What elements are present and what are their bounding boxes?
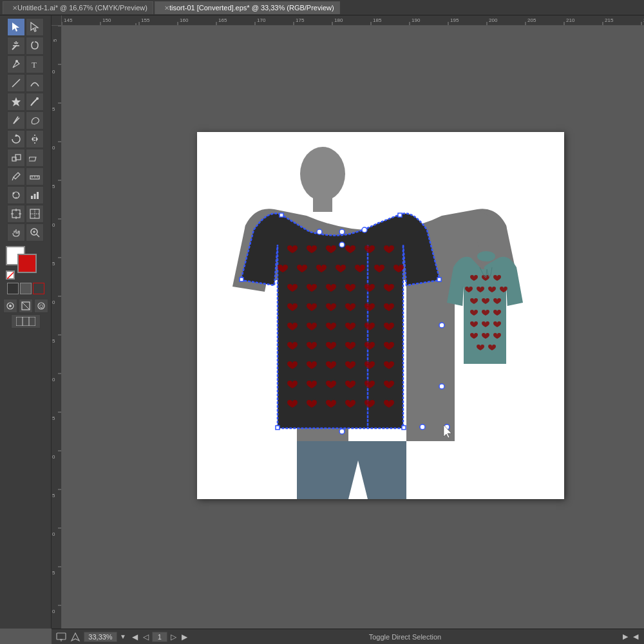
artboard-svg bbox=[197, 132, 564, 499]
arc-tool[interactable] bbox=[26, 74, 44, 92]
svg-text:5: 5 bbox=[52, 415, 55, 421]
reflect-tool[interactable] bbox=[26, 130, 44, 148]
next-page-button[interactable]: ▷ bbox=[169, 632, 178, 641]
svg-rect-34 bbox=[52, 26, 62, 629]
svg-text:205: 205 bbox=[527, 17, 536, 23]
blob-brush-tool[interactable] bbox=[26, 111, 44, 129]
svg-text:190: 190 bbox=[412, 17, 421, 23]
svg-point-131 bbox=[362, 227, 367, 232]
ruler-left: 5 0 5 0 5 0 5 0 5 0 5 0 5 0 bbox=[52, 26, 62, 629]
tool-row-1 bbox=[7, 18, 44, 36]
playback-controls: ▶ ◀ bbox=[621, 632, 640, 641]
artboard-tool[interactable] bbox=[7, 205, 25, 223]
quick-actions[interactable]: Q bbox=[34, 299, 48, 313]
pencil-tool[interactable] bbox=[7, 111, 25, 129]
canvas-area[interactable] bbox=[62, 26, 644, 629]
magic-wand-tool[interactable] bbox=[7, 37, 25, 55]
svg-line-112 bbox=[37, 234, 39, 237]
measure-tool[interactable] bbox=[26, 167, 44, 185]
prev-page-button-2[interactable]: ◁ bbox=[141, 632, 151, 641]
artboard bbox=[197, 132, 564, 499]
svg-line-79 bbox=[12, 79, 20, 87]
eyedropper-tool[interactable] bbox=[7, 167, 25, 185]
style-box-2[interactable] bbox=[20, 283, 32, 294]
svg-text:180: 180 bbox=[334, 17, 343, 23]
svg-rect-102 bbox=[37, 192, 39, 199]
svg-text:5: 5 bbox=[52, 106, 55, 112]
svg-point-127 bbox=[339, 229, 345, 234]
svg-text:0: 0 bbox=[52, 299, 55, 305]
play-button[interactable]: ▶ bbox=[621, 632, 630, 641]
svg-rect-101 bbox=[34, 194, 36, 199]
tool-row-10 bbox=[7, 186, 44, 204]
svg-line-115 bbox=[7, 271, 14, 279]
zoom-input[interactable]: 33,33% bbox=[84, 632, 117, 642]
tab-untitled-label: Untitled-1.ai* @ 16,67% (CMYK/Preview) bbox=[17, 4, 147, 12]
prev-page-button[interactable]: ◀ bbox=[130, 632, 140, 641]
arrange-button[interactable] bbox=[11, 314, 41, 328]
none-swatch[interactable] bbox=[6, 270, 15, 279]
svg-point-97 bbox=[13, 193, 15, 194]
svg-point-117 bbox=[9, 305, 12, 307]
graph-tool[interactable] bbox=[26, 186, 44, 204]
paintbrush-tool[interactable] bbox=[26, 93, 44, 111]
svg-point-77 bbox=[15, 60, 18, 62]
toolbar-bottom-row1: Q bbox=[3, 299, 48, 313]
tool-row-3: T bbox=[7, 55, 44, 73]
direct-selection-tool[interactable] bbox=[26, 18, 44, 36]
next-page-button-2[interactable]: ▶ bbox=[180, 632, 189, 641]
svg-text:145: 145 bbox=[64, 17, 73, 23]
svg-text:0: 0 bbox=[52, 609, 55, 614]
style-box-3[interactable] bbox=[33, 283, 44, 294]
zoom-area: 33,33% ▼ bbox=[84, 632, 128, 642]
svg-rect-100 bbox=[31, 196, 33, 199]
svg-text:150: 150 bbox=[102, 17, 111, 23]
tab-untitled[interactable]: ✕ Untitled-1.ai* @ 16,67% (CMYK/Preview) bbox=[3, 1, 153, 14]
svg-marker-80 bbox=[12, 97, 21, 106]
selection-tool[interactable] bbox=[7, 18, 25, 36]
svg-point-132 bbox=[339, 242, 345, 247]
tool-row-7 bbox=[7, 130, 44, 148]
change-screen-mode[interactable] bbox=[3, 299, 17, 313]
stroke-color-swatch[interactable] bbox=[17, 254, 37, 273]
page-number-input[interactable]: 1 bbox=[152, 632, 167, 642]
rotate-tool[interactable] bbox=[7, 130, 25, 148]
scale-tool[interactable] bbox=[7, 149, 25, 167]
star-tool[interactable] bbox=[7, 93, 25, 111]
svg-text:5: 5 bbox=[52, 338, 55, 344]
navigate-icon[interactable] bbox=[70, 631, 81, 643]
svg-rect-128 bbox=[279, 213, 283, 217]
svg-text:0: 0 bbox=[52, 145, 55, 151]
svg-marker-70 bbox=[31, 23, 38, 32]
svg-text:5: 5 bbox=[52, 184, 55, 189]
hand-tool[interactable] bbox=[7, 223, 25, 242]
svg-rect-126 bbox=[313, 198, 332, 212]
svg-rect-90 bbox=[29, 157, 36, 161]
zoom-dropdown-arrow[interactable]: ▼ bbox=[118, 633, 128, 640]
tab-untitled-close[interactable]: ✕ bbox=[12, 5, 17, 12]
screen-mode-icon[interactable] bbox=[55, 631, 67, 643]
stop-button[interactable]: ◀ bbox=[631, 632, 640, 641]
tab-tisort-close[interactable]: ✕ bbox=[164, 5, 169, 12]
svg-text:175: 175 bbox=[296, 17, 305, 23]
svg-point-81 bbox=[36, 97, 39, 100]
style-box-1[interactable] bbox=[7, 283, 19, 294]
symbol-tool[interactable] bbox=[7, 186, 25, 204]
line-segment-tool[interactable] bbox=[7, 74, 25, 92]
tab-tisort-label: tisort-01 [Converted].eps* @ 33,33% (RGB… bbox=[169, 4, 334, 12]
styles-area bbox=[7, 283, 44, 294]
type-tool[interactable]: T bbox=[26, 55, 44, 73]
shear-tool[interactable] bbox=[26, 149, 44, 167]
svg-rect-138 bbox=[402, 426, 406, 430]
tab-tisort[interactable]: ✕ tisort-01 [Converted].eps* @ 33,33% (R… bbox=[155, 1, 340, 14]
slice-tool[interactable] bbox=[26, 205, 44, 223]
zoom-tool[interactable] bbox=[26, 223, 44, 242]
title-bar: ✕ Untitled-1.ai* @ 16,67% (CMYK/Preview)… bbox=[0, 0, 644, 15]
pen-tool[interactable] bbox=[7, 55, 25, 73]
svg-text:0: 0 bbox=[52, 531, 55, 537]
svg-text:Q: Q bbox=[39, 303, 43, 309]
svg-line-91 bbox=[12, 177, 14, 180]
lasso-tool[interactable] bbox=[26, 37, 44, 55]
svg-text:0: 0 bbox=[52, 69, 55, 75]
toggle-visibility[interactable] bbox=[19, 299, 33, 313]
